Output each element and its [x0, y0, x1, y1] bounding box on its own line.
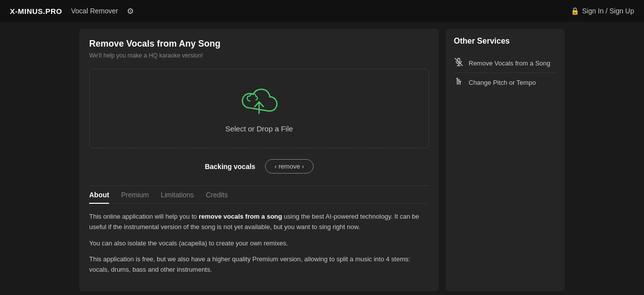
left-panel: Remove Vocals from Any Song We'll help y…: [79, 29, 439, 291]
tab-premium[interactable]: Premium: [121, 186, 149, 204]
remove-button[interactable]: ‹ remove ›: [265, 159, 313, 174]
backing-vocals-row: Backing vocals ‹ remove ›: [89, 159, 429, 174]
tabs-section: About Premium Limitations Credits This o…: [89, 185, 429, 275]
about-paragraph-1: This online application will help you to…: [89, 212, 429, 233]
service-change-pitch[interactable]: Change Pitch or Tempo: [454, 73, 557, 92]
tab-limitations[interactable]: Limitations: [161, 186, 194, 204]
tab-about[interactable]: About: [89, 186, 109, 204]
tabs-bar: About Premium Limitations Credits: [89, 186, 429, 204]
header: X-MINUS.PRO Vocal Remover ⚙ 🔒 Sign In / …: [0, 0, 644, 22]
remove-vocals-service-label: Remove Vocals from a Song: [469, 59, 550, 67]
pitch-tempo-icon: [454, 77, 464, 88]
tab-credits[interactable]: Credits: [206, 186, 227, 204]
upload-label: Select or Drop a File: [225, 124, 293, 133]
service-remove-vocals[interactable]: Remove Vocals from a Song: [454, 54, 557, 73]
panel-title: Remove Vocals from Any Song: [89, 39, 429, 49]
lock-icon: 🔒: [571, 7, 579, 15]
nav-vocal-remover[interactable]: Vocal Remover: [71, 7, 118, 15]
about-p1-bold: remove vocals from a song: [199, 213, 282, 220]
upload-area[interactable]: Select or Drop a File: [89, 69, 429, 148]
brand-logo[interactable]: X-MINUS.PRO: [10, 7, 62, 15]
about-content: This online application will help you to…: [89, 212, 429, 275]
sign-in-label[interactable]: Sign In / Sign Up: [582, 7, 634, 15]
about-paragraph-2: You can also isolate the vocals (acapell…: [89, 238, 429, 249]
about-p1-prefix: This online application will help you to: [89, 213, 199, 220]
cloud-upload-icon: [239, 85, 279, 119]
sign-in-area[interactable]: 🔒 Sign In / Sign Up: [571, 7, 634, 15]
about-paragraph-3: This application is free, but we also ha…: [89, 254, 429, 275]
right-panel: Other Services Remove Vocals from a Song: [446, 29, 565, 291]
main-content: Remove Vocals from Any Song We'll help y…: [0, 22, 644, 295]
header-left: X-MINUS.PRO Vocal Remover ⚙: [10, 6, 134, 16]
backing-vocals-label: Backing vocals: [205, 163, 255, 171]
microphone-slash-icon: [454, 58, 464, 68]
gear-icon[interactable]: ⚙: [127, 6, 134, 16]
services-title: Other Services: [454, 37, 557, 46]
panel-subtitle: We'll help you make a HQ karaoke version…: [89, 52, 429, 59]
change-pitch-service-label: Change Pitch or Tempo: [469, 79, 536, 86]
